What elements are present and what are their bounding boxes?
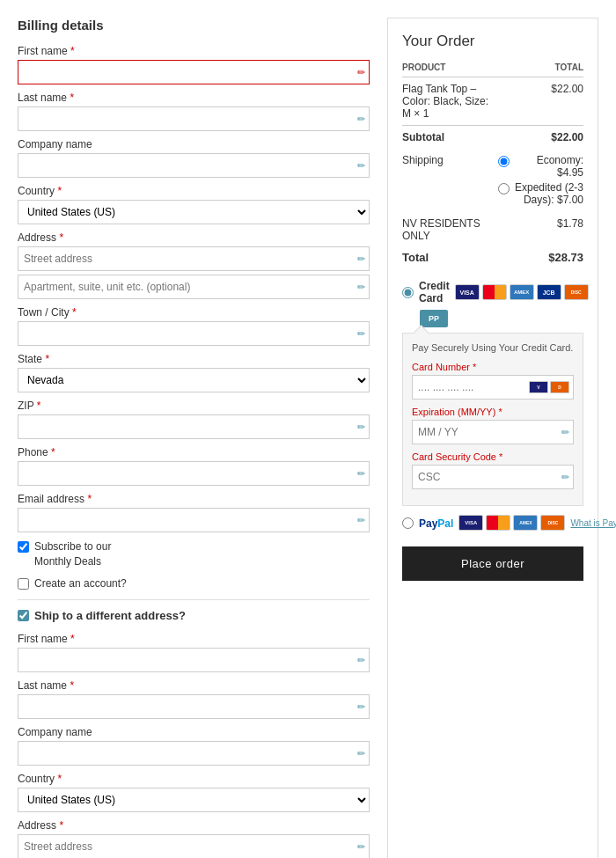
expiration-input[interactable] xyxy=(412,420,574,444)
subtotal-value: $22.00 xyxy=(498,126,583,150)
ship-address-line1-input[interactable] xyxy=(18,834,370,858)
expiration-wrapper: ✏ xyxy=(412,420,574,444)
card-number-wrapper: V D xyxy=(412,375,574,400)
create-account-label: Create an account? xyxy=(34,576,127,591)
ship-last-name-input[interactable] xyxy=(18,694,370,719)
ship-different-checkbox[interactable] xyxy=(18,610,29,621)
nv-residents-row: NV RESIDENTS ONLY $1.78 xyxy=(402,214,583,246)
discover-icon: DISC xyxy=(564,284,589,300)
create-account-checkbox[interactable] xyxy=(18,578,29,590)
credit-card-label: Credit Card xyxy=(419,280,450,304)
country-select[interactable]: United States (US) xyxy=(18,200,370,224)
amex-icon: AMEX xyxy=(510,284,534,300)
expiration-icon: ✏ xyxy=(561,427,569,438)
paypal-disc-icon: DISC xyxy=(540,515,565,531)
security-code-wrapper: ✏ xyxy=(412,465,574,489)
ship-country-label: Country * xyxy=(18,773,370,785)
ship-first-name-label: First name * xyxy=(18,633,370,645)
expiration-label: Expiration (MM/YY) * xyxy=(412,407,574,417)
first-name-label: First name * xyxy=(18,45,370,57)
address-line1-input[interactable] xyxy=(18,246,370,271)
paypal-option[interactable]: PayPal VISA AMEX DISC What is PayPal? xyxy=(402,515,583,531)
jcb-icon: JCB xyxy=(537,284,561,300)
col-total-header: TOTAL xyxy=(498,62,583,77)
visa-icon: VISA xyxy=(455,284,480,300)
what-paypal-link[interactable]: What is PayPal? xyxy=(570,518,616,528)
card-num-disc-icon: D xyxy=(550,381,569,393)
shipping-option-economy[interactable]: Economy: $4.95 xyxy=(498,154,583,179)
order-title: Your Order xyxy=(402,33,583,50)
paypal-radio[interactable] xyxy=(402,517,414,529)
security-code-icon: ✏ xyxy=(561,472,569,483)
shipping-row: Shipping Economy: $4.95 Expedited (2-3 D… xyxy=(402,149,583,214)
paypal-amex-icon: AMEX xyxy=(513,515,538,531)
shipping-expedited-radio[interactable] xyxy=(498,183,510,194)
order-item-price: $22.00 xyxy=(498,77,583,126)
state-label: State * xyxy=(18,353,370,365)
ship-company-input[interactable] xyxy=(18,741,370,766)
ship-different-title: Ship to a different address? xyxy=(34,609,186,622)
ship-last-name-label: Last name * xyxy=(18,679,370,692)
shipping-label: Shipping xyxy=(402,149,498,214)
zip-label: ZIP * xyxy=(18,400,370,412)
card-icons: VISA MC AMEX JCB DISC xyxy=(455,284,589,300)
credit-card-radio[interactable] xyxy=(402,287,414,298)
security-code-input[interactable] xyxy=(412,465,574,489)
address-line2-input[interactable] xyxy=(18,275,370,299)
ship-first-name-input[interactable] xyxy=(18,648,370,672)
paypal-mc-icon xyxy=(486,515,510,531)
zip-input[interactable] xyxy=(18,414,370,439)
subscribe-label: Subscribe to our Monthly Deals xyxy=(34,539,111,569)
paypal-visa-icon: VISA xyxy=(458,515,483,531)
address-label: Address * xyxy=(18,231,370,244)
town-city-input[interactable] xyxy=(18,321,370,346)
phone-label: Phone * xyxy=(18,446,370,458)
paypal-label: PayPal xyxy=(419,517,453,530)
card-num-visa-icon: V xyxy=(529,381,548,393)
shipping-option-expedited[interactable]: Expedited (2-3 Days): $7.00 xyxy=(498,181,583,206)
company-name-input[interactable] xyxy=(18,153,370,178)
card-number-icons: V D xyxy=(529,381,569,393)
shipping-expedited-label: Expedited (2-3 Days): $7.00 xyxy=(514,181,583,206)
order-item-name: Flag Tank Top – Color: Black, Size: M × … xyxy=(402,77,498,126)
first-name-input[interactable] xyxy=(18,60,370,84)
credit-card-form: Pay Securely Using Your Credit Card. Car… xyxy=(402,333,583,506)
security-code-label: Card Security Code * xyxy=(412,451,574,462)
ship-company-label: Company name xyxy=(18,726,370,738)
subscribe-checkbox[interactable] xyxy=(18,541,29,553)
ship-country-select[interactable]: United States (US) xyxy=(18,788,370,812)
last-name-label: Last name * xyxy=(18,92,370,104)
nv-label: NV RESIDENTS ONLY xyxy=(402,214,498,246)
paypal-card-icons: VISA AMEX DISC xyxy=(458,515,565,531)
company-name-label: Company name xyxy=(18,138,370,150)
shipping-economy-radio[interactable] xyxy=(498,156,510,167)
col-product-header: PRODUCT xyxy=(402,62,498,77)
credit-card-option[interactable]: Credit Card VISA MC AMEX JCB DISC xyxy=(402,280,583,304)
card-number-label: Card Number * xyxy=(412,362,574,372)
ship-address-label: Address * xyxy=(18,819,370,832)
email-input[interactable] xyxy=(18,508,370,532)
billing-title: Billing details xyxy=(18,18,370,33)
subtotal-label: Subtotal xyxy=(402,126,498,150)
total-value: $28.73 xyxy=(498,246,583,269)
state-select[interactable]: Nevada xyxy=(18,368,370,392)
mastercard-icon: MC xyxy=(482,284,507,300)
order-item-row: Flag Tank Top – Color: Black, Size: M × … xyxy=(402,77,583,126)
place-order-button[interactable]: Place order xyxy=(402,546,583,581)
last-name-input[interactable] xyxy=(18,106,370,131)
email-label: Email address * xyxy=(18,493,370,505)
total-row: Total $28.73 xyxy=(402,246,583,269)
country-label: Country * xyxy=(18,185,370,197)
shipping-economy-label: Economy: $4.95 xyxy=(514,154,583,179)
subtotal-row: Subtotal $22.00 xyxy=(402,126,583,150)
town-city-label: Town / City * xyxy=(18,306,370,319)
phone-input[interactable] xyxy=(18,461,370,486)
secure-text: Pay Securely Using Your Credit Card. xyxy=(412,342,574,353)
total-label: Total xyxy=(402,246,498,269)
nv-value: $1.78 xyxy=(498,214,583,246)
paypal-mini-logo: PP xyxy=(420,310,448,327)
